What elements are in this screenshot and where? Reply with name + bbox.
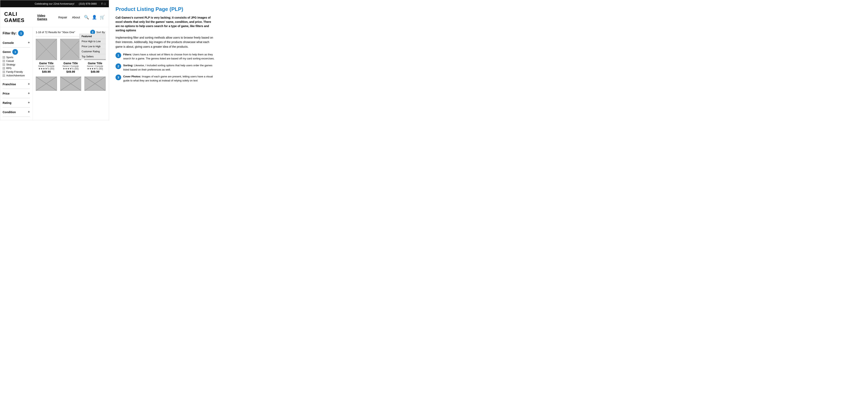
nav-video-games[interactable]: Video Games [37,14,54,21]
genre-filter: Genre 3 Sports Casual Strategy RPG [3,48,30,80]
main-content: Filter By: 1 Console + Genre 3 Sports [0,27,109,120]
condition-expand-icon[interactable]: + [28,110,30,114]
annotation-text-3: Cover Photos: Images of each game are pr… [123,75,216,83]
genre-strategy[interactable]: Strategy [3,63,30,66]
console-filter-header[interactable]: Console + [3,40,30,46]
nav-about[interactable]: About [72,16,80,19]
product-price-2: $49.99 [66,70,75,73]
console-filter: Console + [3,38,30,48]
product-stars-2: ★★★★½ (50) [63,67,79,70]
account-icon[interactable]: 👤 [92,15,97,20]
product-image-partial-1 [36,77,57,91]
family-checkbox[interactable] [3,71,5,73]
review-count-2: (50) [74,67,79,70]
site-logo[interactable]: CALI GAMES [4,11,37,24]
annotation-bold-2: Sorting: [123,64,133,67]
description-panel: Product Listing Page (PLP) Cali Games's … [109,0,222,120]
rpg-checkbox[interactable] [3,67,5,69]
sort-dropdown: Featured Price High to Low Price Low to … [80,34,105,59]
description-title: Product Listing Page (PLP) [116,6,216,12]
price-filter: Price + [3,89,30,98]
site-header: CALI GAMES Video Games Repair About 🔍 👤 … [0,7,109,27]
instagram-icon[interactable]: □ [104,2,105,5]
product-meta-1: Genre | Console [38,65,54,67]
action-checkbox[interactable] [3,75,5,77]
review-count-3: (50) [99,67,103,70]
product-meta-3: Genre | Console [87,65,103,67]
genre-header: Genre 3 [3,49,30,55]
filter-badge: 1 [18,30,24,36]
annotation-bold-3: Cover Photos: [123,75,141,78]
rating-filter: Rating + [3,98,30,108]
annotation-text-1: Filters: Users have a robust set of filt… [123,53,216,61]
annotation-body-2: Likewise, I included sorting options tha… [123,64,213,71]
sports-checkbox[interactable] [3,56,5,59]
casual-checkbox[interactable] [3,60,5,62]
rpg-label: RPG [6,67,11,70]
sort-featured[interactable]: Featured [80,34,105,39]
nav-links: Video Games Repair About [37,14,80,21]
product-title-1: Game Title [39,62,54,65]
product-price-1: $49.99 [42,70,51,73]
description-intro-text: Implementing filter and sorting methods … [116,35,216,49]
description-intro-bold: Cali Games's current PLP is very lacking… [116,16,216,32]
console-expand-icon[interactable]: + [28,40,30,45]
annotation-body-1: Users have a robust set of filters to ch… [123,53,215,60]
filter-by-label: Filter By: 1 [3,30,30,36]
sort-price-high[interactable]: Price High to Low [80,39,105,44]
franchise-label: Franchise [3,83,16,86]
results-text: 1-18 of 72 Results for "Xbox One" [36,31,75,34]
condition-label: Condition [3,111,16,114]
annotation-3: 3 Cover Photos: Images of each game are … [116,75,216,83]
facebook-icon[interactable]: f [101,2,102,5]
annotation-text-2: Sorting: Likewise, I included sorting op… [123,63,216,71]
product-image-partial-2 [60,77,82,91]
sort-top-sellers[interactable]: Top Sellers [80,54,105,59]
genre-casual[interactable]: Casual [3,60,30,62]
action-label: Action/Adventure [6,74,25,77]
family-label: Family-Friendly [6,70,23,73]
annotation-1: 1 Filters: Users have a robust set of fi… [116,53,216,61]
condition-filter-header[interactable]: Condition + [3,109,30,115]
price-expand-icon[interactable]: + [28,91,30,95]
franchise-filter-header[interactable]: Franchise + [3,81,30,87]
product-image-2 [60,39,82,60]
nav-repair[interactable]: Repair [58,16,67,19]
genre-family[interactable]: Family-Friendly [3,70,30,73]
product-image-1 [36,39,57,60]
product-card-1[interactable]: Game Title Genre | Console ★★★★½ (50) $4… [36,39,57,73]
strategy-checkbox[interactable] [3,63,5,66]
sort-by-area: 2 Sort By: Featured Price High to Low Pr… [90,30,105,34]
annotation-badge-1: 1 [116,53,121,58]
stars-1: ★★★★½ [38,67,49,70]
product-stars-1: ★★★★½ (50) [38,67,54,70]
rating-expand-icon[interactable]: + [28,100,30,105]
genre-rpg[interactable]: RPG [3,67,30,70]
genre-sports[interactable]: Sports [3,56,30,59]
sort-customer-rating[interactable]: Customer Rating [80,49,105,54]
rating-filter-header[interactable]: Rating + [3,100,30,106]
annotation-bold-1: Filters: [123,53,132,56]
product-card-2[interactable]: Game Title Genre | Console ★★★★½ (50) $4… [60,39,82,73]
casual-label: Casual [6,60,14,62]
product-title-2: Game Title [63,62,78,65]
product-meta-2: Genre | Console [63,65,79,67]
search-icon[interactable]: 🔍 [84,15,89,20]
sort-price-low[interactable]: Price Low to High [80,44,105,49]
console-label: Console [3,41,14,45]
franchise-expand-icon[interactable]: + [28,82,30,86]
price-filter-header[interactable]: Price + [3,90,30,96]
genre-badge: 3 [12,49,18,55]
condition-filter: Condition + [3,108,30,117]
banner-text: Celebrating our 22nd Anniversary! [35,2,74,5]
stars-2: ★★★★½ [63,67,74,70]
product-image-partial-3 [85,77,105,91]
results-header: 1-18 of 72 Results for "Xbox One" 2 Sort… [36,30,105,36]
cart-icon[interactable]: 🛒 [100,15,105,20]
header-icons: 🔍 👤 🛒 [84,15,105,20]
genre-label-text: Genre [3,50,11,54]
social-icons: f □ [101,2,105,5]
price-label: Price [3,92,9,95]
annotation-2: 2 Sorting: Likewise, I included sorting … [116,63,216,71]
genre-action[interactable]: Action/Adventure [3,74,30,77]
